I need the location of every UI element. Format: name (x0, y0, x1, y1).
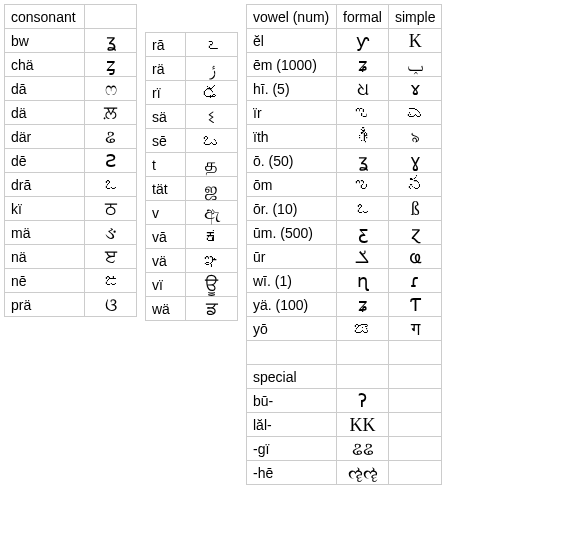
row-label: ōm (247, 173, 337, 197)
table-row: näੲ (5, 245, 137, 269)
row-label: ūr (247, 245, 337, 269)
row-formal-glyph: ಙ (337, 317, 389, 341)
row-glyph: ݬ (186, 57, 238, 81)
row-label: nä (5, 245, 85, 269)
row-simple-glyph: ɀ (389, 221, 442, 245)
table-row: kïਠ (5, 197, 137, 221)
row-label: yō (247, 317, 337, 341)
row-simple-glyph: ɾ (389, 269, 442, 293)
vowel-header-formal: formal (337, 5, 389, 29)
row-label: dā (5, 77, 85, 101)
row-simple-glyph (389, 389, 442, 413)
row-glyph: ଽ (186, 105, 238, 129)
table-row: yä. (100)ʑƬ (247, 293, 442, 317)
vowel-table: vowel (num) formal simple ĕlƴKēm (1000)ʑ… (246, 4, 442, 485)
row-label: rä (146, 57, 186, 81)
row-label: bū- (247, 389, 337, 413)
row-simple-glyph: ग (389, 317, 442, 341)
row-label: ïth (247, 125, 337, 149)
row-glyph: ෆ (85, 77, 137, 101)
row-formal-glyph: KK (337, 413, 389, 437)
table-row: ūm. (500)ƹɀ (247, 221, 442, 245)
table-row: hī. (5)ଧɤ (247, 77, 442, 101)
table-row: däਲ਼ (5, 101, 137, 125)
row-label: nē (5, 269, 85, 293)
row-simple-glyph: ݕ (389, 53, 442, 77)
row-label: vā (146, 225, 186, 249)
row-formal-glyph: ƴ (337, 29, 389, 53)
row-formal-glyph: ʑ (337, 53, 389, 77)
row-formal-glyph: ఌ (337, 173, 389, 197)
row-glyph: ȥ (85, 53, 137, 77)
row-label: drā (5, 173, 85, 197)
consonant-table-2: rāఽräݬrïఢsäଽsēಒtதtätஜvඇvāಕväఞvïਊwäਡ (145, 32, 238, 321)
row-glyph: ʓ (85, 29, 137, 53)
row-formal-glyph: ೀ (337, 125, 389, 149)
table-row: rïఢ (146, 81, 238, 105)
row-formal-glyph: ಌ (337, 101, 389, 125)
row-formal-glyph: ଧ (337, 77, 389, 101)
row-glyph: ઙ (85, 221, 137, 245)
row-formal-glyph: ଌଌ (337, 437, 389, 461)
row-label: vä (146, 249, 186, 273)
row-label: ēm (1000) (247, 53, 337, 77)
row-label: ūm. (500) (247, 221, 337, 245)
row-label: chä (5, 53, 85, 77)
row-glyph: ఞ (186, 249, 238, 273)
row-label: ĕl (247, 29, 337, 53)
table-row: tத (146, 153, 238, 177)
row-label: vï (146, 273, 186, 297)
table-row: präଓ (5, 293, 137, 317)
table-row: ïrಌಎ (247, 101, 442, 125)
vowel-header-label: vowel (num) (247, 5, 337, 29)
row-simple-glyph (389, 461, 442, 485)
special-header: special (247, 365, 337, 389)
row-glyph: ਲ਼ (85, 101, 137, 125)
vowel-header-simple: simple (389, 5, 442, 29)
row-simple-glyph: ৯ (389, 125, 442, 149)
row-formal-glyph: ʑ (337, 293, 389, 317)
row-glyph: ਡ (186, 297, 238, 321)
row-label: v (146, 201, 186, 225)
row-label: sē (146, 129, 186, 153)
row-glyph: ଓ (85, 293, 137, 317)
row-simple-glyph: ҩ (389, 245, 442, 269)
row-label: wä (146, 297, 186, 321)
table-row: ūrݎҩ (247, 245, 442, 269)
row-glyph: ஜ (186, 177, 238, 201)
row-simple-glyph (389, 437, 442, 461)
row-label: t (146, 153, 186, 177)
table-row: nēఙ (5, 269, 137, 293)
row-label: -gï (247, 437, 337, 461)
table-row: vïਊ (146, 273, 238, 297)
row-formal-glyph: ɳ (337, 269, 389, 293)
row-glyph: ඇ (186, 201, 238, 225)
row-glyph: ఙ (85, 269, 137, 293)
row-glyph: ਊ (186, 273, 238, 297)
row-label: prä (5, 293, 85, 317)
row-label: ōr. (10) (247, 197, 337, 221)
table-row: ĕlƴK (247, 29, 442, 53)
table-row: vඇ (146, 201, 238, 225)
table-row: wäਡ (146, 297, 238, 321)
table-row: yōಙग (247, 317, 442, 341)
table-row: ō. (50)ʓɣ (247, 149, 442, 173)
table-row: -gïଌଌ (247, 437, 442, 461)
table-row: sēಒ (146, 129, 238, 153)
row-glyph: த (186, 153, 238, 177)
consonant-glyph-header (85, 5, 137, 29)
row-glyph: ಕ (186, 225, 238, 249)
row-label: sä (146, 105, 186, 129)
row-glyph: ਠ (85, 197, 137, 221)
row-glyph: ఒ (85, 173, 137, 197)
table-row: lăl-KK (247, 413, 442, 437)
row-label: hī. (5) (247, 77, 337, 101)
table-row: drāఒ (5, 173, 137, 197)
row-label: mä (5, 221, 85, 245)
table-row: tätஜ (146, 177, 238, 201)
table-row: dāෆ (5, 77, 137, 101)
row-label: dē (5, 149, 85, 173)
row-simple-glyph: ɤ (389, 77, 442, 101)
row-formal-glyph: ఒ (337, 197, 389, 221)
row-formal-glyph: ૡૡ (337, 461, 389, 485)
